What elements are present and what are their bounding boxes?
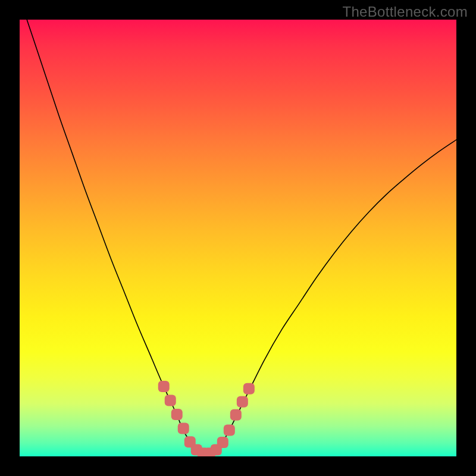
highlight-marker <box>237 396 248 408</box>
highlight-marker <box>165 395 176 406</box>
bottleneck-curve <box>20 20 456 455</box>
chart-plot-area <box>20 20 456 456</box>
highlight-marker <box>217 437 228 448</box>
watermark-text: TheBottleneck.com <box>342 4 468 20</box>
highlight-marker <box>243 383 255 394</box>
highlight-marker <box>230 409 242 421</box>
chart-svg <box>20 20 456 456</box>
highlight-marker <box>224 424 235 436</box>
highlight-marker <box>158 381 170 392</box>
highlight-markers <box>158 381 255 456</box>
highlight-marker <box>178 423 189 434</box>
highlight-marker <box>171 409 183 420</box>
